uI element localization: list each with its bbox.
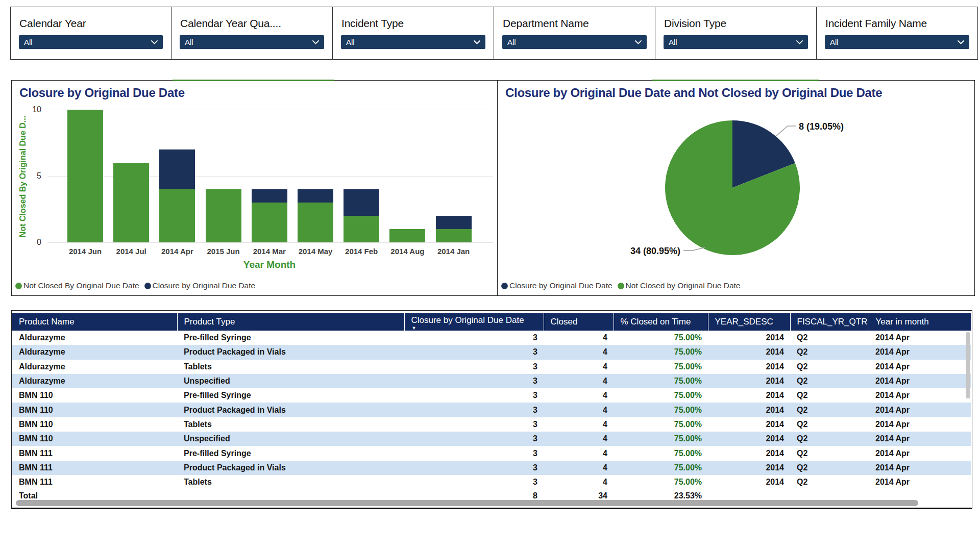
filter-dropdown-5[interactable]: All bbox=[825, 35, 969, 49]
bar-segment[interactable] bbox=[389, 229, 425, 242]
table-row[interactable]: BMN 110Pre-filled Syringe3475.00%2014Q22… bbox=[12, 388, 971, 403]
column-header[interactable]: YEAR_SDESC bbox=[708, 313, 790, 331]
filter-card-0: Calendar YearAll bbox=[10, 7, 172, 60]
bar-segment[interactable] bbox=[159, 189, 195, 242]
table-cell: 3 bbox=[404, 475, 544, 489]
table-cell: Q2 bbox=[790, 345, 869, 359]
bar-segment[interactable] bbox=[344, 216, 379, 242]
table-cell: 3 bbox=[404, 432, 544, 446]
table-cell: Aldurazyme bbox=[12, 345, 177, 359]
table-cell: Tablets bbox=[177, 417, 404, 432]
table-cell: Aldurazyme bbox=[12, 374, 177, 388]
legend-item[interactable]: Not Closed By Original Due Date bbox=[15, 281, 139, 290]
filter-dropdown-1[interactable]: All bbox=[180, 35, 324, 49]
filter-dropdown-0[interactable]: All bbox=[19, 35, 163, 49]
filter-label: Calendar Year bbox=[19, 17, 86, 30]
column-header[interactable]: % Closed on Time bbox=[614, 313, 708, 331]
table-cell: Product Packaged in Vials bbox=[177, 345, 404, 359]
table-row[interactable]: BMN 111Pre-filled Syringe3475.00%2014Q22… bbox=[12, 446, 971, 460]
table-cell: 2014 bbox=[708, 360, 790, 374]
pie-data-label: 34 (80.95%) bbox=[630, 246, 680, 256]
column-header[interactable]: Product Name bbox=[12, 313, 177, 331]
table-cell: Unspecified bbox=[177, 374, 404, 388]
table-cell: 3 bbox=[404, 403, 544, 417]
x-axis-title: Year Month bbox=[85, 259, 454, 270]
table-cell: 2014 Apr bbox=[869, 388, 971, 403]
column-header[interactable]: FISCAL_YR_QTR bbox=[790, 313, 869, 331]
table-cell: 4 bbox=[544, 388, 614, 403]
bar-segment[interactable] bbox=[344, 189, 379, 216]
table-row[interactable]: BMN 111Product Packaged in Vials3475.00%… bbox=[12, 461, 971, 475]
bar-chart-legend: Not Closed By Original Due DateClosure b… bbox=[15, 281, 255, 290]
column-header[interactable]: Closure by Original Due Date▼ bbox=[404, 313, 544, 331]
callout-line bbox=[683, 247, 705, 251]
column-header[interactable]: Closed bbox=[544, 313, 614, 331]
table-cell: 75.00% bbox=[614, 331, 708, 345]
bar-segment[interactable] bbox=[252, 189, 287, 203]
legend-label: Not Closed By Original Due Date bbox=[23, 281, 139, 290]
table-cell: 3 bbox=[404, 417, 544, 432]
horizontal-scrollbar[interactable] bbox=[16, 500, 918, 506]
filter-card-2: Incident TypeAll bbox=[333, 7, 494, 60]
bar-segment[interactable] bbox=[159, 149, 195, 189]
x-tick-label: 2014 Apr bbox=[154, 247, 200, 256]
table-cell: 3 bbox=[404, 345, 544, 359]
bar-segment[interactable] bbox=[67, 110, 103, 242]
table-cell: 75.00% bbox=[614, 374, 708, 388]
table-cell: 75.00% bbox=[614, 403, 708, 417]
table-cell: Unspecified bbox=[177, 432, 404, 446]
table-cell: 2014 Apr bbox=[869, 475, 971, 489]
bar-segment[interactable] bbox=[436, 216, 472, 229]
table-cell: Q2 bbox=[790, 417, 869, 432]
table-row[interactable]: AldurazymeProduct Packaged in Vials3475.… bbox=[12, 345, 971, 359]
x-tick-label: 2014 Feb bbox=[338, 247, 384, 256]
table-cell: BMN 110 bbox=[12, 417, 177, 432]
table-cell: 2014 Apr bbox=[869, 446, 971, 460]
table-row[interactable]: AldurazymeUnspecified3475.00%2014Q22014 … bbox=[12, 374, 971, 388]
bar-segment[interactable] bbox=[206, 189, 241, 242]
bar-chart-panel: Closure by Original Due Date Not Closed … bbox=[11, 80, 498, 296]
filter-label: Incident Family Name bbox=[825, 17, 927, 30]
legend-dot-icon bbox=[618, 283, 624, 289]
table-cell: BMN 110 bbox=[12, 403, 177, 417]
table-row[interactable]: BMN 110Unspecified3475.00%2014Q22014 Apr bbox=[12, 432, 971, 446]
filter-dropdown-3[interactable]: All bbox=[502, 35, 647, 49]
filter-dropdown-4[interactable]: All bbox=[664, 35, 808, 49]
table-cell: 75.00% bbox=[614, 446, 708, 460]
filter-selected-value: All bbox=[830, 38, 839, 46]
bar-segment[interactable] bbox=[298, 203, 333, 242]
table-cell: 4 bbox=[544, 374, 614, 388]
table-row[interactable]: AldurazymePre-filled Syringe3475.00%2014… bbox=[12, 331, 971, 345]
table-cell: 2014 Apr bbox=[869, 432, 971, 446]
bar-segment[interactable] bbox=[252, 203, 287, 242]
bar-segment[interactable] bbox=[298, 189, 333, 203]
table-cell: 3 bbox=[404, 374, 544, 388]
filter-card-3: Department NameAll bbox=[494, 7, 655, 60]
table-cell: 4 bbox=[544, 360, 614, 374]
x-tick-label: 2014 Aug bbox=[384, 247, 430, 256]
table-cell: 2014 bbox=[708, 388, 790, 403]
filter-selected-value: All bbox=[507, 38, 516, 46]
table-row[interactable]: BMN 110Tablets3475.00%2014Q22014 Apr bbox=[12, 417, 971, 432]
bar-segment[interactable] bbox=[113, 163, 149, 242]
column-header[interactable]: Product Type bbox=[177, 313, 404, 331]
table-cell: Q2 bbox=[790, 432, 869, 446]
product-table: Product NameProduct TypeClosure by Origi… bbox=[12, 313, 971, 502]
filter-dropdown-2[interactable]: All bbox=[341, 35, 485, 49]
column-header[interactable]: Year in month bbox=[869, 313, 971, 331]
chevron-down-icon bbox=[635, 40, 642, 44]
table-row[interactable]: BMN 110Product Packaged in Vials3475.00%… bbox=[12, 403, 971, 417]
table-cell: Pre-filled Syringe bbox=[177, 388, 404, 403]
legend-label: Not Closed by Original Due Date bbox=[626, 281, 741, 290]
table-cell: 2014 bbox=[708, 417, 790, 432]
bar-segment[interactable] bbox=[436, 229, 472, 242]
table-row[interactable]: BMN 111Tablets3475.00%2014Q22014 Apr bbox=[12, 475, 971, 489]
table-row[interactable]: AldurazymeTablets3475.00%2014Q22014 Apr bbox=[12, 360, 971, 374]
legend-item[interactable]: Closure by Original Due Date bbox=[501, 281, 612, 290]
vertical-scrollbar[interactable] bbox=[966, 332, 970, 398]
sort-descending-icon: ▼ bbox=[412, 325, 416, 331]
legend-item[interactable]: Closure by Original Due Date bbox=[144, 281, 256, 290]
filter-selected-value: All bbox=[185, 38, 193, 46]
legend-item[interactable]: Not Closed by Original Due Date bbox=[618, 281, 741, 290]
table-cell: Tablets bbox=[177, 475, 404, 489]
